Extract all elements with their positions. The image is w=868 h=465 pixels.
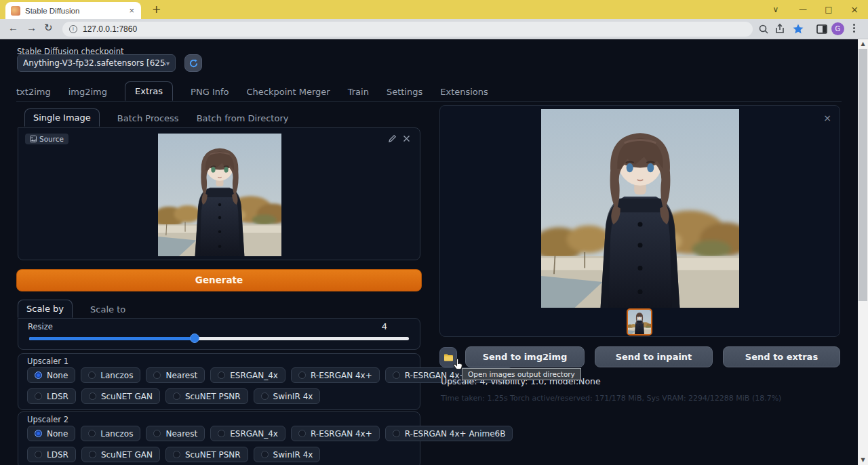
scroll-down-icon[interactable]: ▼ [858,456,868,465]
page-scrollbar[interactable]: ▲ ▼ [858,39,868,465]
radio-icon [35,392,42,400]
radio-icon [218,371,225,379]
generate-button[interactable]: Generate [16,269,422,291]
resize-label: Resize [28,322,53,331]
source-image[interactable] [158,134,281,256]
tab-extras[interactable]: Extras [125,81,173,101]
upscaler2-option-resrgan4x[interactable]: R-ESRGAN 4x+ [291,426,380,441]
send-to-inpaint-button[interactable]: Send to inpaint [595,346,713,367]
gallery-close-icon[interactable]: × [823,113,831,123]
browser-tab[interactable]: Stable Diffusion × [5,2,141,19]
folder-button-tooltip: Open images output directory [462,368,581,380]
window-menu-icon[interactable]: ∨ [764,0,788,19]
browser-tab-title: Stable Diffusion [25,7,127,15]
browser-menu-icon[interactable] [852,22,855,34]
radio-icon [298,371,306,379]
window-close-icon[interactable]: × [842,0,867,19]
tab-single-image[interactable]: Single Image [24,108,100,127]
radio-icon [261,392,269,400]
send-to-extras-button[interactable]: Send to extras [723,346,840,367]
scrollbar-thumb[interactable] [859,49,867,301]
upscaler1-option-esrgan4x[interactable]: ESRGAN_4x [210,367,285,383]
upscaler2-option-esrgan4x[interactable]: ESRGAN_4x [210,426,285,441]
upscaler2-option-none[interactable]: None [27,426,75,441]
resize-slider[interactable] [29,337,409,340]
checkpoint-dropdown[interactable]: Anything-V3-fp32.safetensors [625a2ba2] … [17,54,176,72]
upscaler1-option-resrgan4x[interactable]: R-ESRGAN 4x+ [291,367,380,383]
chevron-down-icon: ▾ [166,60,170,67]
tab-batch-from-directory[interactable]: Batch from Directory [197,110,289,127]
upscaler1-panel: Upscaler 1 None Lanczos Nearest ESRGAN_4… [18,353,420,410]
new-tab-button[interactable]: + [152,3,161,16]
radio-icon [88,430,96,437]
scale-tabs: Scale by Scale to [18,300,125,318]
upscaler1-option-swinir4x[interactable]: SwinIR 4x [254,388,321,404]
forward-icon[interactable]: → [26,22,37,33]
upscaler2-option-scunet-gan[interactable]: ScuNET GAN [81,447,160,462]
upscaler1-option-scunet-psnr[interactable]: ScuNET PSNR [165,388,248,404]
address-bar[interactable]: i 127.0.0.1:7860 [62,22,753,37]
tab-batch-process[interactable]: Batch Process [117,110,179,127]
upscaler2-option-ldsr[interactable]: LDSR [27,447,76,462]
radio-icon [173,392,180,400]
radio-icon [393,430,400,437]
browser-toolbar: ← → ↻ i 127.0.0.1:7860 G [0,19,868,39]
scroll-up-icon[interactable]: ▲ [858,39,868,49]
checkpoint-value: Anything-V3-fp32.safetensors [625a2ba2] [23,58,166,68]
tab-checkpoint-merger[interactable]: Checkpoint Merger [246,83,330,101]
tab-scale-by[interactable]: Scale by [18,300,73,318]
tab-img2img[interactable]: img2img [68,83,107,101]
upscaler2-option-lanczos[interactable]: Lanczos [81,426,140,441]
send-to-img2img-button[interactable]: Send to img2img [465,346,585,367]
slider-handle[interactable] [190,333,199,343]
result-image[interactable] [541,109,739,308]
tab-png-info[interactable]: PNG Info [191,83,229,101]
share-icon[interactable] [774,23,786,35]
extras-mode-tabs: Single Image Batch Process Batch from Di… [24,108,288,127]
window-maximize-icon[interactable]: □ [816,0,841,19]
clear-image-icon[interactable] [402,134,411,143]
resize-value-input[interactable]: 4 [382,321,387,331]
tab-txt2img[interactable]: txt2img [16,83,51,101]
source-chip: Source [25,134,68,144]
upscaler1-option-none[interactable]: None [27,367,75,383]
refresh-checkpoint-button[interactable] [184,54,202,72]
site-info-icon[interactable]: i [69,25,77,33]
tab-close-icon[interactable]: × [127,5,136,16]
upscaler1-option-scunet-gan[interactable]: ScuNET GAN [81,388,160,404]
hand-cursor-icon [452,358,463,370]
radio-icon [298,430,306,437]
side-panel-icon[interactable] [816,23,828,35]
radio-icon [153,371,161,379]
bookmark-star-icon[interactable] [792,23,804,35]
tab-train[interactable]: Train [348,83,369,101]
edit-image-icon[interactable] [388,134,397,143]
upscaler2-option-nearest[interactable]: Nearest [146,426,205,441]
window-minimize-icon[interactable]: — [791,0,815,19]
upscaler2-option-resrgan-anime6b[interactable]: R-ESRGAN 4x+ Anime6B [385,426,513,441]
radio-icon [89,451,96,458]
radio-icon [89,392,96,400]
upscaler2-option-swinir4x[interactable]: SwinIR 4x [254,447,321,462]
slider-fill [29,337,195,340]
tab-scale-to[interactable]: Scale to [90,301,125,318]
upscaler1-option-ldsr[interactable]: LDSR [27,388,76,404]
reload-icon[interactable]: ↻ [44,22,53,34]
radio-icon [261,451,269,458]
upscaler1-option-nearest[interactable]: Nearest [146,367,205,383]
stable-diffusion-webui: Stable Diffusion checkpoint Anything-V3-… [0,39,858,465]
back-icon[interactable]: ← [8,22,18,33]
main-tabs: txt2img img2img Extras PNG Info Checkpoi… [16,81,842,102]
upscaler2-label: Upscaler 2 [27,415,68,424]
result-thumbnail[interactable] [627,308,652,336]
upscaler2-option-scunet-psnr[interactable]: ScuNET PSNR [165,447,248,462]
radio-icon [88,371,96,379]
stable-diffusion-favicon-icon [11,6,20,16]
tab-settings[interactable]: Settings [387,83,422,101]
upscaler1-option-lanczos[interactable]: Lanczos [81,367,140,383]
image-icon [30,136,37,142]
source-image-dropzone[interactable]: Source [18,127,420,260]
profile-avatar[interactable]: G [831,22,844,35]
zoom-icon[interactable] [757,23,770,35]
tab-extensions[interactable]: Extensions [440,83,488,101]
